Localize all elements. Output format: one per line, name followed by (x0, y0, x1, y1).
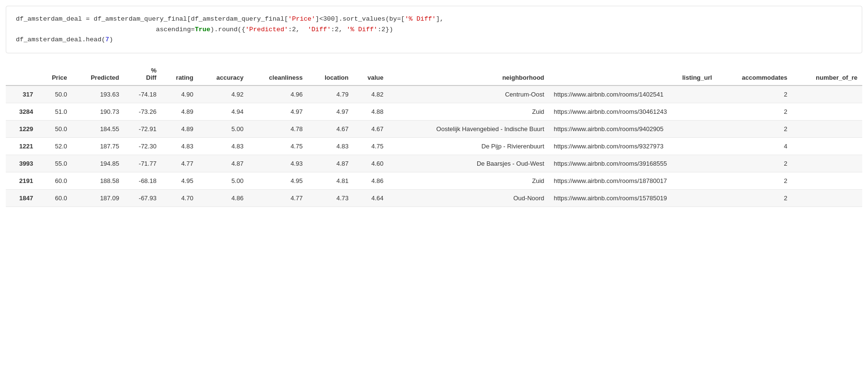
col-header-number-of-re: number_of_re (792, 63, 862, 85)
table-cell: 4.88 (353, 103, 388, 120)
table-cell: 2 (717, 85, 792, 103)
table-cell: 4.82 (353, 85, 388, 103)
table-cell: 4.97 (248, 103, 307, 120)
table-cell: Oostelijk Havengebied - Indische Buurt (388, 120, 549, 137)
col-header-price: Price (38, 63, 72, 85)
table-cell: 5.00 (198, 172, 248, 189)
table-cell: 194.85 (72, 155, 124, 172)
table-cell: 184.55 (72, 120, 124, 137)
table-row: 122950.0184.55-72.914.895.004.784.674.67… (6, 120, 862, 137)
table-cell: 4 (717, 137, 792, 155)
table-cell: -72.30 (124, 137, 161, 155)
table-cell: 2191 (6, 172, 38, 189)
table-cell: 4.90 (161, 85, 198, 103)
table-cell: 4.70 (161, 189, 198, 207)
table-cell: Oud-Noord (388, 189, 549, 207)
table-cell: 188.58 (72, 172, 124, 189)
code-line-2: ascending=True).round({'Predicted':2, 'D… (16, 24, 852, 35)
table-row: 31750.0193.63-74.184.904.924.964.794.82C… (6, 85, 862, 103)
table-cell: 187.75 (72, 137, 124, 155)
table-cell: 60.0 (38, 189, 72, 207)
table-cell: 4.87 (307, 155, 353, 172)
table-cell (792, 172, 862, 189)
table-cell (792, 137, 862, 155)
code-cell: df_amsterdam_deal = df_amsterdam_query_f… (6, 6, 862, 53)
table-cell: 2 (717, 120, 792, 137)
table-cell: 4.87 (198, 155, 248, 172)
table-cell: 4.93 (248, 155, 307, 172)
col-header-neighborhood: neighborhood (388, 63, 549, 85)
table-cell: 4.79 (307, 85, 353, 103)
table-cell: 4.75 (248, 137, 307, 155)
table-cell: 4.77 (161, 155, 198, 172)
table-cell: Centrum-Oost (388, 85, 549, 103)
table-cell: 4.78 (248, 120, 307, 137)
table-cell: 4.64 (353, 189, 388, 207)
table-cell: 3993 (6, 155, 38, 172)
table-cell: 50.0 (38, 120, 72, 137)
table-cell: 4.60 (353, 155, 388, 172)
table-cell: 2 (717, 103, 792, 120)
table-header-row: Price Predicted %Diff rating accuracy cl… (6, 63, 862, 85)
table-row: 184760.0187.09-67.934.704.864.774.734.64… (6, 189, 862, 207)
table-cell: 317 (6, 85, 38, 103)
table-row: 328451.0190.73-73.264.894.944.974.974.88… (6, 103, 862, 120)
table-cell: 1847 (6, 189, 38, 207)
table-cell: 4.96 (248, 85, 307, 103)
col-header-rating: rating (161, 63, 198, 85)
table-cell: 50.0 (38, 85, 72, 103)
table-cell: 2 (717, 155, 792, 172)
table-cell: 4.86 (353, 172, 388, 189)
table-cell (792, 120, 862, 137)
table-cell (792, 155, 862, 172)
table-cell: https://www.airbnb.com/rooms/30461243 (549, 103, 717, 120)
col-header-cleanliness: cleanliness (248, 63, 307, 85)
table-cell: 2 (717, 189, 792, 207)
table-cell: https://www.airbnb.com/rooms/9402905 (549, 120, 717, 137)
table-cell: -67.93 (124, 189, 161, 207)
table-cell: 2 (717, 172, 792, 189)
table-cell: 4.95 (248, 172, 307, 189)
table-cell: 4.67 (307, 120, 353, 137)
table-cell: Zuid (388, 103, 549, 120)
data-table: Price Predicted %Diff rating accuracy cl… (6, 63, 862, 207)
table-cell: 4.81 (307, 172, 353, 189)
table-cell: 55.0 (38, 155, 72, 172)
table-cell: 51.0 (38, 103, 72, 120)
table-row: 219160.0188.58-68.184.955.004.954.814.86… (6, 172, 862, 189)
table-cell: Zuid (388, 172, 549, 189)
col-header-accuracy: accuracy (198, 63, 248, 85)
table-cell (792, 103, 862, 120)
table-cell: 4.86 (198, 189, 248, 207)
table-cell: 4.83 (198, 137, 248, 155)
table-cell: 1221 (6, 137, 38, 155)
table-cell: -72.91 (124, 120, 161, 137)
table-cell: 4.89 (161, 120, 198, 137)
table-cell: 4.92 (198, 85, 248, 103)
table-cell: https://www.airbnb.com/rooms/9327973 (549, 137, 717, 155)
table-row: 399355.0194.85-71.774.774.874.934.874.60… (6, 155, 862, 172)
table-cell (792, 189, 862, 207)
code-line-3: df_amsterdam_deal.head(7) (16, 35, 852, 45)
table-cell: 5.00 (198, 120, 248, 137)
table-cell: -68.18 (124, 172, 161, 189)
table-cell: 60.0 (38, 172, 72, 189)
col-header-value: value (353, 63, 388, 85)
table-cell: https://www.airbnb.com/rooms/1402541 (549, 85, 717, 103)
code-line-1: df_amsterdam_deal = df_amsterdam_query_f… (16, 14, 852, 24)
table-cell: 4.67 (353, 120, 388, 137)
col-header-predicted: Predicted (72, 63, 124, 85)
col-header-index (6, 63, 38, 85)
col-header-listing-url: listing_url (549, 63, 717, 85)
table-cell: 52.0 (38, 137, 72, 155)
table-cell: 187.09 (72, 189, 124, 207)
table-cell: 4.83 (307, 137, 353, 155)
table-cell: https://www.airbnb.com/rooms/39168555 (549, 155, 717, 172)
table-cell: De Pijp - Rivierenbuurt (388, 137, 549, 155)
table-cell: 3284 (6, 103, 38, 120)
table-cell: 4.97 (307, 103, 353, 120)
table-cell: 1229 (6, 120, 38, 137)
table-cell: 4.73 (307, 189, 353, 207)
table-cell: 190.73 (72, 103, 124, 120)
table-cell: 4.77 (248, 189, 307, 207)
